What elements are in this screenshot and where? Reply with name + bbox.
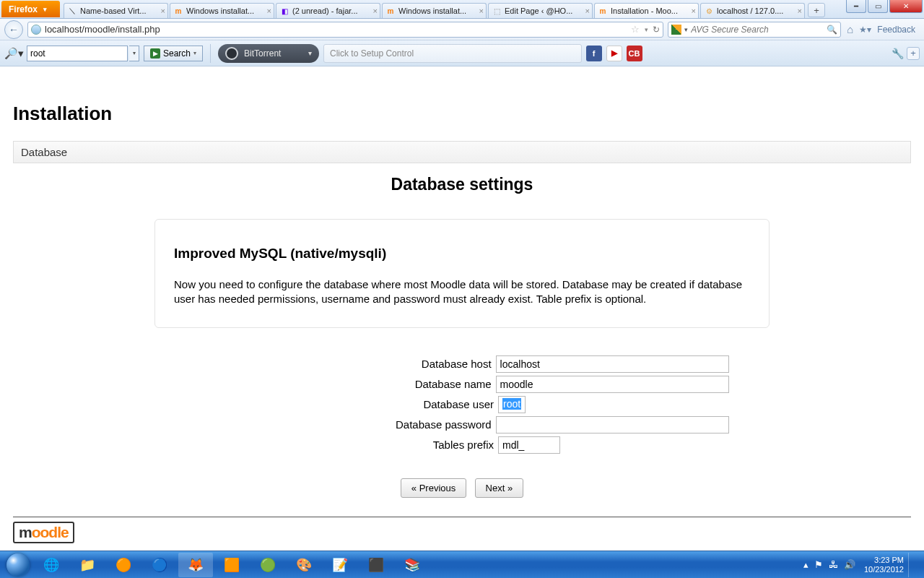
tab-label: Edit Page ‹ @HO... xyxy=(505,7,589,15)
database-form: Database host Database name Database use… xyxy=(195,355,729,498)
taskbar-cmd[interactable]: ⬛ xyxy=(359,553,393,577)
driver-title: Improved MySQL (native/mysqli) xyxy=(174,246,750,262)
tray-up-icon[interactable]: ▴ xyxy=(803,559,808,570)
go-icon: ▶ xyxy=(150,48,160,59)
youtube-icon[interactable]: ▶ xyxy=(606,46,622,61)
favicon-icon: ⬚ xyxy=(492,6,502,16)
input-db-pass[interactable] xyxy=(496,416,729,434)
favicon-icon: ＼ xyxy=(67,6,77,16)
close-icon[interactable]: × xyxy=(692,7,696,15)
tab-4[interactable]: ⬚Edit Page ‹ @HO...× xyxy=(488,3,593,18)
nav-buttons: « Previous Next » xyxy=(195,478,729,498)
tab-3[interactable]: mWindows installat...× xyxy=(382,3,487,18)
search-icon[interactable]: 🔍 xyxy=(827,25,837,35)
label-db-user: Database user xyxy=(195,398,498,410)
taskbar-paint[interactable]: 🎨 xyxy=(287,553,321,577)
browser-search-box[interactable]: ▾ 🔍 xyxy=(668,22,841,38)
taskbar-idm[interactable]: 🟢 xyxy=(250,553,285,577)
back-button[interactable]: ← xyxy=(4,20,23,39)
taskbar-ie[interactable]: 🌐 xyxy=(34,553,69,577)
tab-label: Windows installat... xyxy=(186,7,271,15)
taskbar-mediaplayer[interactable]: 🟠 xyxy=(106,553,141,577)
taskbar-xampp[interactable]: 🟧 xyxy=(214,553,249,577)
tab-0[interactable]: ＼Name-based Virt...× xyxy=(64,3,168,18)
reload-icon[interactable]: ↻ xyxy=(653,25,660,35)
history-dropdown-icon[interactable]: ▾ xyxy=(645,26,648,33)
input-db-user[interactable]: root xyxy=(498,396,526,413)
tab-2[interactable]: ◧(2 unread) - fajar...× xyxy=(276,3,380,18)
close-icon[interactable]: × xyxy=(479,7,484,15)
system-tray: ▴ ⚑ 🖧 🔊 3:23 PM 10/23/2012 xyxy=(801,553,921,577)
taskbar-firefox[interactable]: 🦊 xyxy=(178,553,213,577)
facebook-icon[interactable]: f xyxy=(586,46,602,61)
page-heading: Database settings xyxy=(13,175,911,194)
close-icon[interactable]: × xyxy=(798,7,802,15)
input-db-prefix[interactable] xyxy=(498,436,560,454)
tab-label: localhost / 127.0.... xyxy=(717,7,801,15)
firefox-menu-button[interactable]: Firefox xyxy=(1,1,60,17)
close-icon[interactable]: × xyxy=(373,7,378,15)
tab-6[interactable]: ⚙localhost / 127.0....× xyxy=(700,3,805,18)
favicon-icon: ⚙ xyxy=(704,6,714,16)
footer-divider xyxy=(13,517,911,517)
window-close-button[interactable]: ✕ xyxy=(889,0,923,13)
next-button[interactable]: Next » xyxy=(475,478,524,498)
tab-label: Installation - Moo... xyxy=(611,7,695,15)
add-toolbar-button[interactable]: + xyxy=(907,47,920,60)
bookmarks-menu-button[interactable]: ★▾ xyxy=(859,25,871,35)
address-toolbar: ← ☆ ▾ ↻ ▾ 🔍 ⌂ ★▾ Feedback xyxy=(0,19,924,40)
cb-icon[interactable]: CB xyxy=(627,46,642,61)
windows-taskbar: 🌐 📁 🟠 🔵 🦊 🟧 🟢 🎨 📝 ⬛ 📚 ▴ ⚑ 🖧 🔊 3:23 PM 10… xyxy=(0,551,924,578)
tab-label: Windows installat... xyxy=(398,7,483,15)
input-db-name[interactable] xyxy=(496,376,729,393)
url-bar[interactable]: ☆ ▾ ↻ xyxy=(27,22,663,38)
close-icon[interactable]: × xyxy=(161,7,165,15)
setup-control-bar[interactable]: Click to Setup Control xyxy=(323,44,581,63)
taskbar-skype[interactable]: 🔵 xyxy=(142,553,177,577)
favicon-icon: m xyxy=(173,6,183,16)
chevron-down-icon[interactable]: ▾ xyxy=(684,26,688,33)
tray-date: 10/23/2012 xyxy=(864,565,904,574)
taskbar-notepad[interactable]: 📝 xyxy=(323,553,357,577)
tray-network-icon[interactable]: 🖧 xyxy=(829,559,838,570)
label-db-name: Database name xyxy=(195,378,496,390)
minimize-button[interactable]: ━ xyxy=(846,0,866,13)
label-db-prefix: Tables prefix xyxy=(195,439,498,451)
bittorrent-label: BitTorrent xyxy=(244,48,281,59)
section-header: Database xyxy=(13,141,911,163)
driver-description: Now you need to configure the database w… xyxy=(174,277,750,307)
tab-1[interactable]: mWindows installat...× xyxy=(170,3,274,18)
new-tab-button[interactable]: + xyxy=(808,3,825,17)
selected-text: root xyxy=(502,398,521,410)
home-button[interactable]: ⌂ xyxy=(847,23,853,35)
close-icon[interactable]: × xyxy=(267,7,271,15)
url-input[interactable] xyxy=(45,24,628,35)
label-db-host: Database host xyxy=(195,358,496,370)
browser-search-input[interactable] xyxy=(691,25,825,35)
chevron-down-icon[interactable]: ▾ xyxy=(193,50,196,56)
toolbar-search-dropdown[interactable]: ▾ xyxy=(129,46,139,61)
tray-flag-icon[interactable]: ⚑ xyxy=(814,559,823,570)
tray-volume-icon[interactable]: 🔊 xyxy=(844,559,855,570)
page-content: Installation Database Database settings … xyxy=(0,66,924,543)
previous-button[interactable]: « Previous xyxy=(401,478,466,498)
moodle-logo[interactable]: moodle xyxy=(13,522,74,543)
page-title: Installation xyxy=(13,103,911,125)
bittorrent-control[interactable]: BitTorrent xyxy=(218,44,319,63)
tray-clock[interactable]: 3:23 PM 10/23/2012 xyxy=(864,556,904,574)
maximize-button[interactable]: ▭ xyxy=(868,0,888,13)
site-identity-icon[interactable] xyxy=(31,25,41,35)
start-button[interactable] xyxy=(3,553,33,577)
toolbar-search-button[interactable]: ▶Search▾ xyxy=(144,46,203,61)
toolbar-search-input[interactable] xyxy=(27,46,128,61)
addon-toolbar: 🔎▾ ▾ ▶Search▾ BitTorrent Click to Setup … xyxy=(0,40,924,66)
show-desktop-button[interactable] xyxy=(908,553,917,577)
close-icon[interactable]: × xyxy=(585,7,590,15)
feedback-link[interactable]: Feedback xyxy=(877,25,915,35)
wrench-icon[interactable]: 🔧 xyxy=(892,48,904,59)
bookmark-star-icon[interactable]: ☆ xyxy=(631,24,640,35)
taskbar-winrar[interactable]: 📚 xyxy=(395,553,430,577)
tab-5-active[interactable]: mInstallation - Moo...× xyxy=(594,3,699,18)
taskbar-explorer[interactable]: 📁 xyxy=(70,553,105,577)
input-db-host[interactable] xyxy=(496,355,729,373)
